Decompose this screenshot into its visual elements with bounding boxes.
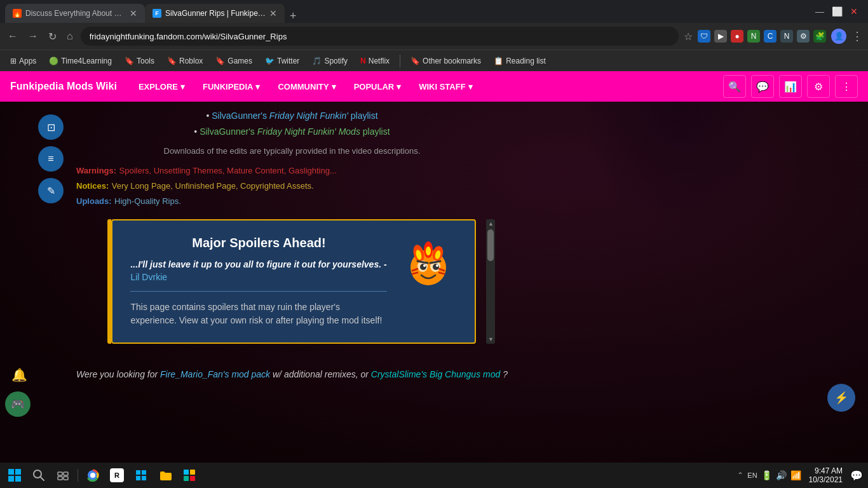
bookmark-netflix-label: Netflix bbox=[369, 57, 390, 65]
silva-link-2[interactable]: SilvaGunner's bbox=[200, 126, 257, 137]
bookmark-spotify[interactable]: 🎵 Spotify bbox=[307, 54, 353, 68]
svg-point-26 bbox=[90, 473, 95, 478]
nav-funkipedia[interactable]: FUNKIPEDIA ▾ bbox=[194, 71, 269, 102]
ext-icon-7[interactable]: ⚙ bbox=[797, 30, 810, 43]
bookmark-netflix[interactable]: N Netflix bbox=[355, 54, 395, 68]
wiki-chat-button[interactable]: 💬 bbox=[751, 75, 774, 98]
tab-1[interactable]: 🔥 Discuss Everything About Comm... ✕ bbox=[5, 4, 145, 23]
bookmark-tools[interactable]: 🔖 Tools bbox=[119, 54, 159, 68]
crystalslime-link[interactable]: CrystalSlime's Big Chungus mod bbox=[371, 369, 500, 379]
scroll-thumb[interactable] bbox=[487, 229, 494, 261]
silva-link-1[interactable]: SilvaGunner's bbox=[212, 111, 269, 121]
nav-popular[interactable]: POPULAR ▾ bbox=[345, 71, 410, 102]
scroll-up-arrow[interactable]: ▲ bbox=[486, 219, 495, 227]
tab-2[interactable]: F SilvaGunner Rips | Funkipedia M... ✕ bbox=[145, 4, 285, 23]
start-button[interactable] bbox=[5, 466, 24, 485]
taskbar: R ⌃ EN 🔋 🔊 📶 9:47 A bbox=[0, 463, 868, 488]
nav-wiki-staff[interactable]: WIKI STAFF ▾ bbox=[410, 71, 481, 102]
svg-rect-22 bbox=[64, 472, 68, 475]
file-explorer-taskbar-button[interactable] bbox=[156, 466, 175, 485]
looking-for-section: Were you looking for Fire_Mario_Fan's mo… bbox=[76, 369, 508, 379]
taskbar-clock[interactable]: 9:47 AM 10/3/2021 bbox=[809, 466, 843, 484]
tab2-close[interactable]: ✕ bbox=[269, 8, 277, 18]
task-view-button[interactable] bbox=[53, 466, 72, 485]
scroll-down-arrow[interactable]: ▼ bbox=[486, 336, 495, 342]
language-indicator: EN bbox=[747, 471, 757, 479]
notification-bell[interactable]: 🔔 bbox=[8, 363, 31, 386]
browser-menu-button[interactable]: ⋮ bbox=[851, 29, 863, 43]
maximize-button[interactable]: ⬜ bbox=[832, 6, 843, 17]
chrome-icon bbox=[86, 468, 100, 482]
mario-fan-link[interactable]: Fire_Mario_Fan's mod pack bbox=[160, 369, 270, 379]
ext-icon-2[interactable]: ▶ bbox=[714, 30, 727, 43]
uploads-value: High-Quality Rips. bbox=[114, 196, 181, 206]
ext-icon-4[interactable]: N bbox=[747, 30, 760, 43]
tab1-favicon: 🔥 bbox=[13, 9, 22, 18]
search-taskbar-button[interactable] bbox=[29, 466, 48, 485]
nav-explore[interactable]: EXPLORE ▾ bbox=[130, 71, 194, 102]
reload-button[interactable]: ↻ bbox=[46, 28, 59, 45]
wiki-activity-button[interactable]: 📊 bbox=[779, 75, 802, 98]
user-avatar[interactable]: 🎮 bbox=[5, 391, 31, 417]
playlist1-link[interactable]: Friday Night Funkin' bbox=[269, 111, 348, 121]
ext-icon-8[interactable]: 🧩 bbox=[813, 30, 826, 43]
fandom-support-button[interactable]: ⚡ bbox=[827, 384, 855, 412]
bookmark-twitter[interactable]: 🐦 Twitter bbox=[260, 54, 304, 68]
bookmark-games[interactable]: 🔖 Games bbox=[210, 54, 257, 68]
address-bar-row: ← → ↻ ⌂ ☆ 🛡 ▶ ● N C N ⚙ 🧩 👤 ⋮ bbox=[0, 23, 868, 50]
other-bookmarks-button[interactable]: 🔖 Other bookmarks bbox=[405, 54, 486, 68]
tab-bar: 🔥 Discuss Everything About Comm... ✕ F S… bbox=[5, 0, 810, 23]
bookmark-roblox-label: Roblox bbox=[179, 57, 203, 65]
close-button[interactable]: ✕ bbox=[850, 6, 858, 17]
bookmark-apps[interactable]: ⊞ Apps bbox=[5, 54, 41, 68]
volume-icon[interactable]: 🔊 bbox=[776, 470, 787, 480]
ext-icon-3[interactable]: ● bbox=[731, 30, 743, 43]
nav-community[interactable]: COMMUNITY ▾ bbox=[269, 71, 344, 102]
sidebar-edit-button[interactable]: ✎ bbox=[38, 178, 64, 203]
minimize-button[interactable]: — bbox=[815, 6, 824, 17]
notices-label: Notices: bbox=[76, 181, 109, 191]
chrome-taskbar-button[interactable] bbox=[83, 466, 102, 485]
bookmark-roblox[interactable]: 🔖 Roblox bbox=[162, 54, 208, 68]
ext-icon-1[interactable]: 🛡 bbox=[698, 30, 710, 43]
network-icon[interactable]: 📶 bbox=[790, 470, 801, 480]
svg-rect-33 bbox=[184, 476, 189, 481]
home-button[interactable]: ⌂ bbox=[64, 28, 76, 44]
ext-icon-6[interactable]: N bbox=[780, 30, 793, 43]
spoiler-attribution[interactable]: Lil Dvrkie bbox=[130, 272, 387, 282]
sidebar-expand-button[interactable]: ⊡ bbox=[38, 114, 64, 140]
sidebar-list-button[interactable]: ≡ bbox=[38, 146, 64, 172]
spoiler-mascot bbox=[400, 236, 457, 295]
wiki-search-button[interactable]: 🔍 bbox=[723, 75, 746, 98]
ext-icon-5[interactable]: C bbox=[764, 30, 776, 43]
windows-taskbar-button[interactable] bbox=[132, 466, 151, 485]
tray-chevron-icon[interactable]: ⌃ bbox=[737, 471, 743, 480]
playlist2-link[interactable]: Friday Night Funkin' Mods bbox=[257, 126, 360, 137]
taskbar-right: ⌃ EN 🔋 🔊 📶 9:47 AM 10/3/2021 💬 bbox=[737, 466, 863, 484]
playlist1-suffix: playlist bbox=[351, 111, 378, 121]
bookmark-time4learning[interactable]: 🟢 Time4Learning bbox=[44, 54, 117, 68]
spoiler-box-container: Major Spoilers Ahead! ...I'll just leave… bbox=[107, 219, 476, 344]
back-button[interactable]: ← bbox=[5, 28, 20, 44]
notices-value: Very Long Page, Unfinished Page, Copyrig… bbox=[112, 181, 314, 191]
store-taskbar-button[interactable] bbox=[180, 466, 199, 485]
forward-button[interactable]: → bbox=[25, 28, 41, 44]
tab1-title: Discuss Everything About Comm... bbox=[25, 9, 126, 18]
bookmark-star-icon[interactable]: ☆ bbox=[684, 30, 693, 43]
tab1-close[interactable]: ✕ bbox=[130, 8, 137, 18]
address-input[interactable] bbox=[81, 27, 679, 46]
wiki-settings-button[interactable]: ⚙ bbox=[807, 75, 830, 98]
wiki-more-button[interactable]: ⋮ bbox=[835, 75, 858, 98]
uploads-section: Uploads: High-Quality Rips. bbox=[76, 195, 508, 207]
reading-list-icon: 📋 bbox=[494, 57, 503, 65]
reading-list-button[interactable]: 📋 Reading list bbox=[489, 54, 551, 68]
profile-avatar[interactable]: 👤 bbox=[831, 29, 846, 44]
explore-chevron-down-icon: ▾ bbox=[180, 82, 185, 92]
extension-icons: 🛡 ▶ ● N C N ⚙ 🧩 bbox=[698, 30, 826, 43]
looking-for-suffix: ? bbox=[503, 369, 508, 379]
roblox-taskbar-button[interactable]: R bbox=[107, 466, 126, 485]
svg-point-10 bbox=[433, 264, 439, 270]
notification-center-icon[interactable]: 💬 bbox=[850, 470, 863, 482]
looking-for-prefix: Were you looking for bbox=[76, 369, 160, 379]
new-tab-button[interactable]: + bbox=[285, 10, 302, 23]
